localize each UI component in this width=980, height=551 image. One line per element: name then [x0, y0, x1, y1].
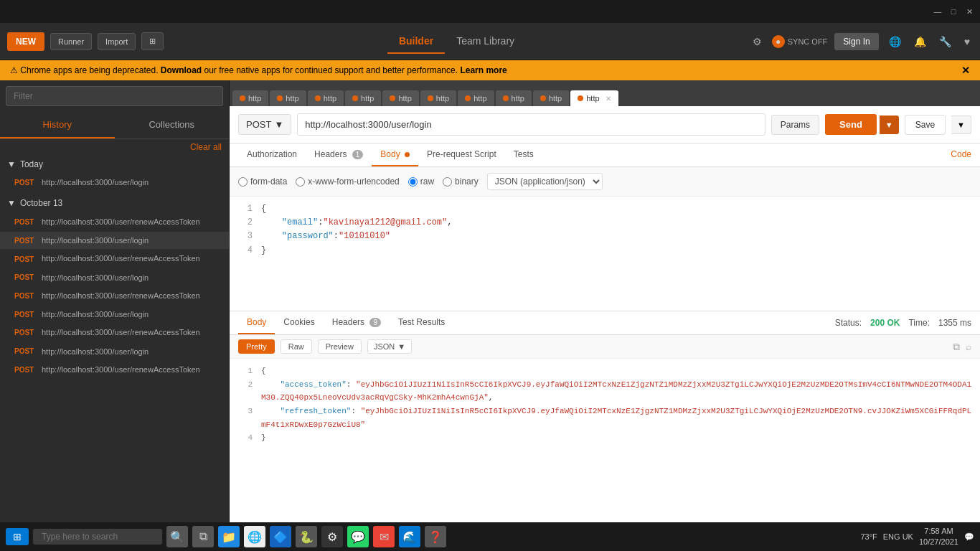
today-group-header[interactable]: ▼ Today: [0, 155, 229, 174]
copy-response-button[interactable]: ⧉: [953, 341, 960, 353]
url-encoded-radio[interactable]: [296, 177, 305, 187]
list-item[interactable]: POST http://localhost:3000/user/renewAcc…: [0, 323, 229, 342]
resp-tab-test-results[interactable]: Test Results: [390, 311, 453, 334]
list-item[interactable]: POST http://localhost:3000/user/login: [0, 306, 229, 323]
search-response-button[interactable]: ⌕: [966, 341, 971, 353]
send-button[interactable]: Send: [825, 114, 877, 135]
clear-all-button[interactable]: Clear all: [190, 142, 222, 152]
raw-button[interactable]: Raw: [281, 339, 312, 354]
taskbar-icon-python[interactable]: 🐍: [296, 526, 317, 547]
url-encoded-option[interactable]: x-www-form-urlencoded: [296, 176, 399, 187]
url-input[interactable]: [297, 113, 765, 136]
content-area: http http http http http http http http …: [230, 80, 980, 548]
binary-radio[interactable]: [443, 177, 452, 187]
form-data-option[interactable]: form-data: [238, 176, 287, 187]
import-button[interactable]: Import: [98, 33, 136, 50]
params-button[interactable]: Params: [771, 115, 819, 135]
http-tab[interactable]: http: [533, 90, 569, 106]
list-item[interactable]: POST http://localhost:3000/user/renewAcc…: [0, 212, 229, 232]
list-item[interactable]: POST http://localhost:3000/user/renewAcc…: [0, 360, 229, 380]
http-tab[interactable]: http: [308, 90, 344, 106]
method-select[interactable]: POST ▼: [238, 114, 291, 135]
resp-code-line: 2 "access_token": "eyJhbGciOiJIUzI1NiIsI…: [230, 378, 980, 405]
resp-tab-cookies[interactable]: Cookies: [275, 311, 323, 334]
taskbar-icon-edge[interactable]: 🌊: [399, 526, 420, 547]
raw-option[interactable]: raw: [408, 176, 434, 187]
http-tab[interactable]: http: [270, 90, 306, 106]
list-item[interactable]: POST http://localhost:3000/user/login: [0, 232, 229, 249]
taskbar-icon-gmail[interactable]: ✉: [373, 526, 395, 547]
tab-headers[interactable]: Headers 1: [306, 143, 372, 166]
taskbar-icon-help[interactable]: ❓: [425, 526, 446, 547]
new-button[interactable]: NEW: [7, 32, 44, 51]
minimize-button[interactable]: —: [933, 6, 943, 17]
tab-body[interactable]: Body: [372, 143, 418, 166]
preview-button[interactable]: Preview: [318, 339, 362, 354]
filter-input[interactable]: [6, 86, 223, 106]
warning-close-button[interactable]: ✕: [961, 65, 970, 76]
send-dropdown-button[interactable]: ▼: [880, 116, 899, 134]
http-tab[interactable]: http: [232, 90, 268, 106]
save-button[interactable]: Save: [905, 115, 946, 135]
taskbar-notification-icon[interactable]: 💬: [964, 532, 974, 542]
globe-icon[interactable]: ⚙: [750, 33, 765, 50]
close-button[interactable]: ✕: [964, 6, 974, 17]
taskbar-search-input[interactable]: [33, 529, 162, 545]
sync-area[interactable]: ● SYNC OFF: [772, 35, 828, 48]
list-item[interactable]: POST http://localhost:3000/user/login: [0, 269, 229, 286]
code-editor[interactable]: 1 { 2 "email":"kavinaya1212@gmail.com", …: [230, 197, 980, 311]
tab-collections[interactable]: Collections: [115, 112, 230, 138]
tab-history[interactable]: History: [0, 112, 115, 138]
tab-tests[interactable]: Tests: [505, 143, 542, 166]
warning-learn-link[interactable]: Learn more: [460, 65, 507, 75]
settings-icon[interactable]: 🔧: [936, 33, 954, 50]
world-icon[interactable]: 🌐: [886, 33, 904, 50]
tab-authorization[interactable]: Authorization: [238, 143, 306, 166]
taskbar-icon-vscode[interactable]: 🔷: [270, 526, 291, 547]
resp-tab-headers[interactable]: Headers 9: [324, 311, 390, 334]
taskbar-icon-chrome[interactable]: 🌐: [244, 526, 265, 547]
taskbar-time: 7:58 AM 10/27/2021: [919, 526, 958, 548]
binary-option[interactable]: binary: [443, 176, 479, 187]
tab-dot: [578, 95, 583, 101]
list-item[interactable]: POST http://localhost:3000/user/renewAcc…: [0, 286, 229, 306]
maximize-button[interactable]: □: [948, 6, 958, 17]
save-dropdown-button[interactable]: ▼: [951, 116, 971, 134]
taskbar-icon-taskview[interactable]: ⧉: [192, 526, 214, 547]
json-type-select[interactable]: JSON (application/json): [487, 173, 603, 190]
resp-tab-body[interactable]: Body: [238, 311, 275, 334]
http-tab[interactable]: http: [382, 90, 418, 106]
taskbar-icon-whatsapp[interactable]: 💬: [347, 526, 369, 547]
tab-close-button[interactable]: ✕: [606, 95, 611, 103]
runner-button[interactable]: Runner: [50, 33, 92, 50]
http-tab[interactable]: http: [458, 90, 494, 106]
taskbar-icon-explorer[interactable]: 📁: [218, 526, 240, 547]
tab-dot: [540, 95, 546, 101]
signin-button[interactable]: Sign In: [834, 33, 878, 50]
json-format-select[interactable]: JSON ▼: [367, 339, 412, 354]
list-item[interactable]: POST http://localhost:3000/user/login: [0, 174, 229, 191]
tab-builder[interactable]: Builder: [387, 29, 445, 54]
tab-prerequest[interactable]: Pre-request Script: [418, 143, 505, 166]
http-tab[interactable]: http: [345, 90, 381, 106]
taskbar-icon-search[interactable]: 🔍: [166, 526, 188, 547]
start-button[interactable]: ⊞: [6, 528, 29, 545]
raw-radio[interactable]: [408, 177, 418, 187]
tab-dot: [277, 95, 283, 101]
list-item[interactable]: POST http://localhost:3000/user/login: [0, 343, 229, 360]
code-link[interactable]: Code: [951, 143, 971, 166]
warning-download-link[interactable]: Download: [161, 65, 202, 75]
tab-method-label: http: [361, 94, 374, 103]
http-tab-active[interactable]: http✕: [570, 90, 618, 106]
http-tab[interactable]: http: [496, 90, 532, 106]
bell-icon[interactable]: 🔔: [911, 33, 929, 50]
pretty-button[interactable]: Pretty: [238, 339, 275, 354]
taskbar-icon-github[interactable]: ⚙: [321, 526, 343, 547]
new-tab-button[interactable]: ⊞: [141, 32, 164, 50]
tab-library[interactable]: Team Library: [445, 29, 526, 54]
form-data-radio[interactable]: [238, 177, 248, 187]
list-item[interactable]: POST http://localhost:3000/user/renewAcc…: [0, 249, 229, 268]
october-group-header[interactable]: ▼ October 13: [0, 194, 229, 212]
heart-icon[interactable]: ♥: [961, 33, 973, 50]
http-tab[interactable]: http: [420, 90, 456, 106]
